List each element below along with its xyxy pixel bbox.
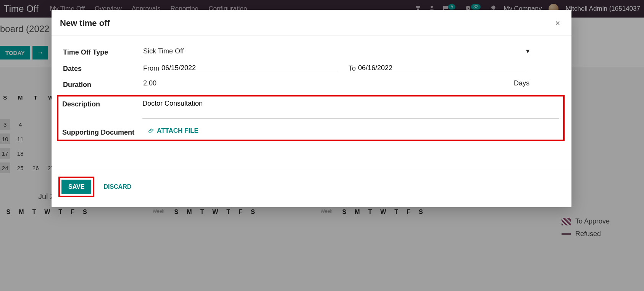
date-from-input[interactable]: [161, 63, 337, 73]
save-button[interactable]: SAVE: [61, 180, 91, 194]
close-button[interactable]: ×: [555, 18, 560, 28]
chevron-down-icon: ▾: [526, 47, 529, 55]
paperclip-icon: [148, 128, 155, 134]
duration-unit: Days: [514, 79, 529, 87]
label-dates: Dates: [63, 63, 143, 73]
time-off-type-value: Sick Time Off: [143, 47, 184, 55]
duration-value: 2.00: [143, 79, 157, 87]
label-to: To: [349, 64, 356, 72]
description-input[interactable]: [142, 99, 559, 119]
label-type: Time Off Type: [63, 47, 143, 56]
label-description: Description: [62, 99, 142, 108]
label-from: From: [143, 64, 159, 72]
discard-button[interactable]: DISCARD: [103, 183, 131, 190]
time-off-type-select[interactable]: Sick Time Off ▾: [143, 47, 529, 57]
modal-title: New time off: [60, 18, 110, 28]
attach-file-button[interactable]: ATTACH FILE: [148, 127, 199, 135]
date-to-input[interactable]: [358, 63, 526, 73]
close-icon: ×: [555, 18, 560, 28]
highlight-box: Description Supporting Document ATTACH F…: [57, 95, 565, 141]
new-time-off-modal: New time off × Time Off Type Sick Time O…: [52, 10, 571, 207]
label-duration: Duration: [63, 79, 143, 89]
label-supporting: Supporting Document: [62, 127, 142, 137]
save-highlight: SAVE: [58, 177, 94, 197]
attach-file-label: ATTACH FILE: [157, 127, 199, 135]
